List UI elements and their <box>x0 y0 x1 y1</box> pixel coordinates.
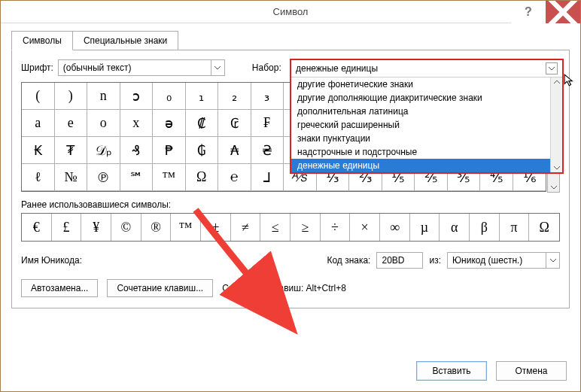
symbol-cell[interactable]: ₡ <box>186 110 219 137</box>
close-button[interactable] <box>546 1 580 23</box>
tabstrip: Символы Специальные знаки <box>11 31 570 50</box>
symbol-cell[interactable]: ⅃ <box>251 164 284 191</box>
shortcut-key-button[interactable]: Сочетание клавиш... <box>107 279 213 297</box>
symbol-cell[interactable]: ₱ <box>153 137 186 164</box>
symbol-cell[interactable]: ₃ <box>251 83 284 110</box>
chevron-down-icon[interactable] <box>546 62 558 74</box>
symbol-cell[interactable]: ₣ <box>251 110 284 137</box>
scroll-down-icon[interactable] <box>551 184 557 190</box>
symbol-dialog: Символ ? Символы Специальные знаки Шрифт… <box>0 0 581 392</box>
recent-symbol-cell[interactable]: ± <box>201 214 231 241</box>
tab-symbols[interactable]: Символы <box>11 31 73 50</box>
titlebar: Символ ? <box>1 1 580 23</box>
symbol-cell[interactable]: ɔ <box>120 83 154 110</box>
symbol-cell[interactable]: a <box>22 110 55 137</box>
recent-symbol-cell[interactable]: £ <box>52 214 82 241</box>
recent-symbol-cell[interactable]: µ <box>410 214 440 241</box>
scroll-down-icon[interactable] <box>554 165 560 171</box>
symbol-cell[interactable]: e <box>55 110 88 137</box>
symbol-cell[interactable]: Ω <box>186 164 219 191</box>
symbol-cell[interactable]: ℗ <box>87 164 120 191</box>
font-combo[interactable]: (обычный текст) <box>58 59 225 76</box>
scroll-up-icon[interactable] <box>554 79 560 85</box>
symbol-cell[interactable]: ₴ <box>251 137 284 164</box>
cancel-button[interactable]: Отмена <box>496 361 567 381</box>
symbol-cell[interactable]: 𝒟ₚ <box>87 137 120 164</box>
chevron-down-icon[interactable] <box>211 60 224 75</box>
from-combo[interactable]: Юникод (шестн.) <box>447 252 560 269</box>
chevron-down-icon[interactable] <box>546 253 559 268</box>
set-dropdown-item[interactable]: другие дополняющие диакритические знаки <box>291 91 550 105</box>
set-dropdown-item[interactable]: греческий расширенный <box>291 118 550 132</box>
recent-grid[interactable]: €£¥©®™±≠≤≥÷×∞µαβπΩ <box>21 213 560 242</box>
cursor-icon <box>564 74 577 87</box>
recent-symbol-cell[interactable]: ÷ <box>321 214 351 241</box>
recent-symbol-cell[interactable]: ∞ <box>380 214 410 241</box>
set-dropdown-item[interactable]: другие фонетические знаки <box>291 77 550 91</box>
symbol-cell[interactable]: ₭ <box>22 137 55 164</box>
recent-symbol-cell[interactable]: ≥ <box>290 214 321 241</box>
symbol-cell[interactable]: ₳ <box>218 137 251 164</box>
symbol-cell[interactable]: ₲ <box>186 137 219 164</box>
set-dropdown-value: денежные единицы <box>296 63 378 74</box>
symbol-cell[interactable]: n <box>87 83 120 110</box>
tab-special[interactable]: Специальные знаки <box>72 31 178 50</box>
recent-symbol-cell[interactable]: Ω <box>529 214 559 241</box>
symbol-cell[interactable]: ₢ <box>218 110 251 137</box>
recent-symbol-cell[interactable]: € <box>22 214 52 241</box>
symbol-cell[interactable]: ™ <box>153 164 186 191</box>
recent-symbol-cell[interactable]: ≤ <box>260 214 290 241</box>
autocorrect-button[interactable]: Автозамена... <box>21 279 98 297</box>
code-label: Код знака: <box>327 255 370 266</box>
symbol-cell[interactable]: ₀ <box>153 83 186 110</box>
symbol-cell[interactable]: № <box>55 164 88 191</box>
insert-button[interactable]: Вставить <box>416 361 487 381</box>
recent-symbol-cell[interactable]: ¥ <box>81 214 111 241</box>
dropdown-scrollbar[interactable] <box>550 77 562 172</box>
window-title: Символ <box>1 6 580 17</box>
symbol-cell[interactable]: ₰ <box>120 137 154 164</box>
set-dropdown-open[interactable]: денежные единицы другие фонетические зна… <box>290 59 564 174</box>
symbol-cell[interactable]: ℮ <box>218 164 251 191</box>
recent-symbol-cell[interactable]: π <box>500 214 530 241</box>
set-dropdown-item[interactable]: дополнительная латиница <box>291 105 550 118</box>
recent-symbol-cell[interactable]: ™ <box>171 214 201 241</box>
help-button[interactable]: ? <box>511 1 546 23</box>
symbol-cell[interactable]: x <box>120 110 154 137</box>
set-dropdown-item[interactable]: знаки пунктуации <box>291 132 550 145</box>
symbol-cell[interactable]: ₁ <box>186 83 219 110</box>
symbol-cell[interactable]: ə <box>153 110 186 137</box>
font-label: Шрифт: <box>21 62 53 73</box>
from-label: из: <box>429 255 441 266</box>
set-dropdown-item[interactable]: денежные единицы <box>291 159 550 172</box>
set-label: Набор: <box>252 62 281 73</box>
recent-symbol-cell[interactable]: α <box>440 214 470 241</box>
shortcut-display: Сочетание клавиш: Alt+Ctrl+8 <box>222 283 346 293</box>
set-dropdown-item[interactable]: надстрочные и подстрочные <box>291 145 550 159</box>
recent-symbol-cell[interactable]: © <box>111 214 141 241</box>
symbol-cell[interactable]: o <box>87 110 120 137</box>
recent-label: Ранее использовавшиеся символы: <box>21 199 560 210</box>
recent-symbol-cell[interactable]: × <box>350 214 380 241</box>
font-combo-value: (обычный текст) <box>59 62 211 73</box>
recent-symbol-cell[interactable]: β <box>470 214 500 241</box>
symbol-cell[interactable]: ) <box>55 83 88 110</box>
unicode-name-label: Имя Юникода: <box>21 255 82 266</box>
recent-symbol-cell[interactable]: ≠ <box>231 214 261 241</box>
symbol-cell[interactable]: ℠ <box>120 164 154 191</box>
symbol-cell[interactable]: ( <box>22 83 55 110</box>
symbol-cell[interactable]: ₮ <box>55 137 88 164</box>
symbol-cell[interactable]: ₂ <box>218 83 251 110</box>
code-input[interactable]: 20BD <box>376 252 423 269</box>
recent-symbol-cell[interactable]: ® <box>141 214 172 241</box>
symbol-cell[interactable]: ℓ <box>22 164 55 191</box>
